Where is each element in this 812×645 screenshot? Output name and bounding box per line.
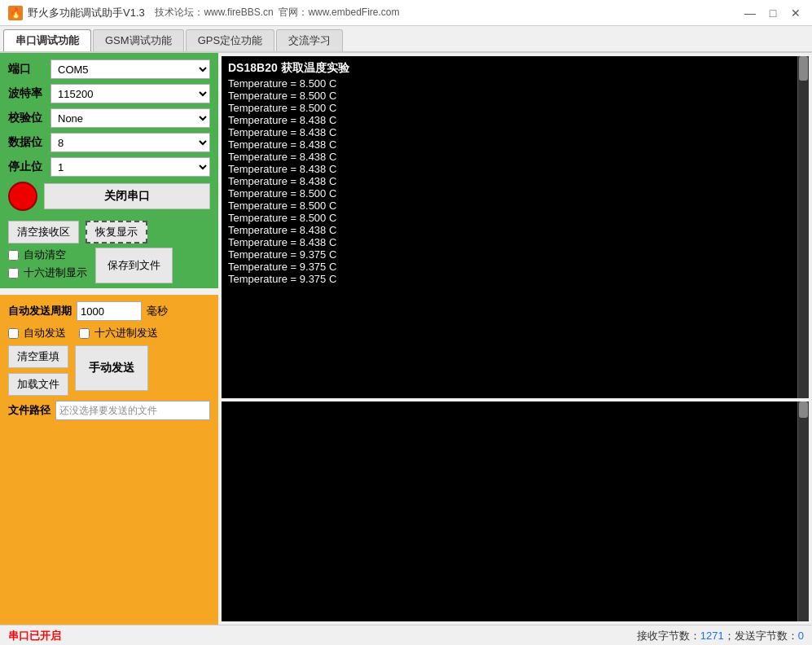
recv-line: Temperature = 9.375 C	[228, 248, 802, 261]
manual-send-button[interactable]: 手动发送	[75, 345, 148, 391]
stop-bits-row: 停止位 1	[8, 157, 210, 177]
maximize-button[interactable]: □	[765, 5, 781, 21]
send-scrollbar-thumb	[799, 401, 808, 418]
recv-line: Temperature = 8.500 C	[228, 212, 802, 224]
serial-btn-row: 关闭串口	[8, 182, 210, 211]
hex-display-row: 十六进制显示	[8, 265, 87, 280]
stop-label: 停止位	[8, 160, 50, 174]
period-row: 自动发送周期 毫秒	[8, 301, 210, 321]
recv-line: Temperature = 8.438 C	[228, 126, 802, 138]
period-label: 自动发送周期	[8, 304, 72, 318]
recv-scrollbar-thumb	[799, 56, 808, 81]
recv-line: Temperature = 8.438 C	[228, 236, 802, 248]
tab-gps[interactable]: GPS定位功能	[186, 29, 274, 51]
baud-row: 波特率 115200	[8, 84, 210, 103]
minimize-button[interactable]: —	[742, 5, 758, 21]
recv-line: Temperature = 8.438 C	[228, 175, 802, 187]
tab-ac[interactable]: 交流学习	[276, 29, 343, 51]
tab-serial[interactable]: 串口调试功能	[3, 29, 91, 51]
auto-send-checkbox[interactable]	[8, 328, 19, 339]
hex-send-checkbox[interactable]	[79, 328, 90, 339]
recv-line: Temperature = 8.500 C	[228, 77, 802, 90]
close-serial-button[interactable]: 关闭串口	[44, 183, 210, 209]
file-path-row: 文件路径	[8, 401, 210, 420]
recv-label: 接收字节数：	[637, 630, 700, 642]
port-select[interactable]: COM5	[50, 59, 210, 79]
auto-clean-checkbox[interactable]	[8, 250, 19, 261]
send-panel: 自动发送周期 毫秒 自动发送 十六进制发送 清空重填 加载文件	[0, 295, 218, 625]
title-bar-left: 🔥 野火多功能调试助手V1.3 技术论坛：www.fireBBS.cn 官网：w…	[8, 6, 399, 20]
parity-row: 校验位 None	[8, 108, 210, 128]
close-button[interactable]: ✕	[788, 5, 804, 21]
status-bar: 串口已开启 接收字节数：1271；发送字节数：0	[0, 625, 812, 645]
send-display	[222, 401, 809, 621]
left-panel: 端口 COM5 波特率 115200 校验位 None 数据位	[0, 53, 218, 625]
auto-send-label: 自动发送	[24, 326, 66, 340]
checkboxes: 自动清空 十六进制显示	[8, 248, 87, 280]
right-panel: DS18B20 获取温度实验 Temperature = 8.500 CTemp…	[218, 53, 812, 625]
send-label: ；发送字节数：	[724, 630, 798, 642]
recv-line: Temperature = 8.438 C	[228, 138, 802, 151]
auto-clean-label: 自动清空	[24, 248, 66, 262]
recv-line: Temperature = 8.438 C	[228, 151, 802, 163]
period-input[interactable]	[77, 301, 142, 321]
send-btns-row: 清空重填 加载文件 手动发送	[8, 345, 210, 396]
send-check-row: 自动发送 十六进制发送	[8, 326, 210, 340]
port-label: 端口	[8, 62, 50, 77]
send-scrollbar[interactable]	[797, 401, 809, 621]
recv-line: Temperature = 8.438 C	[228, 114, 802, 126]
stop-select[interactable]: 1	[50, 157, 210, 177]
tab-bar: 串口调试功能 GSM调试功能 GPS定位功能 交流学习	[0, 26, 812, 53]
file-path-input[interactable]	[55, 401, 210, 420]
send-count: 0	[798, 630, 804, 642]
main-content: 端口 COM5 波特率 115200 校验位 None 数据位	[0, 53, 812, 625]
forum-link: 技术论坛：www.fireBBS.cn 官网：www.embedFire.com	[150, 6, 400, 20]
save-btn-wrap: 保存到文件	[95, 248, 173, 283]
tab-gsm[interactable]: GSM调试功能	[93, 29, 184, 51]
data-label: 数据位	[8, 135, 50, 150]
recv-line: Temperature = 8.500 C	[228, 102, 802, 114]
title-bar: 🔥 野火多功能调试助手V1.3 技术论坛：www.fireBBS.cn 官网：w…	[0, 0, 812, 26]
recv-line: Temperature = 8.500 C	[228, 187, 802, 200]
serial-status-indicator	[8, 182, 37, 211]
recv-line: Temperature = 8.500 C	[228, 90, 802, 102]
hex-send-row: 十六进制发送	[79, 326, 158, 340]
app-title: 野火多功能调试助手V1.3	[28, 6, 145, 20]
byte-counts: 接收字节数：1271；发送字节数：0	[637, 629, 804, 643]
recv-line: Temperature = 8.500 C	[228, 200, 802, 212]
baud-label: 波特率	[8, 86, 50, 101]
recv-line: Temperature = 9.375 C	[228, 261, 802, 273]
recv-count: 1271	[700, 630, 724, 642]
recv-extra-row: 自动清空 十六进制显示 保存到文件	[8, 248, 210, 283]
data-bits-row: 数据位 8	[8, 133, 210, 152]
auto-send-row: 自动发送	[8, 326, 66, 340]
data-select[interactable]: 8	[50, 133, 210, 152]
restore-display-button[interactable]: 恢复显示	[86, 221, 147, 244]
parity-select[interactable]: None	[50, 108, 210, 128]
hex-display-checkbox[interactable]	[8, 268, 19, 279]
window-controls: — □ ✕	[742, 5, 804, 21]
period-unit: 毫秒	[147, 304, 168, 318]
recv-display: DS18B20 获取温度实验 Temperature = 8.500 CTemp…	[222, 56, 809, 398]
file-path-label: 文件路径	[8, 403, 50, 418]
port-status-prefix: 串口已开启	[8, 630, 61, 642]
recv-line: Temperature = 8.438 C	[228, 224, 802, 236]
hex-send-label: 十六进制发送	[94, 326, 158, 340]
app-icon: 🔥	[8, 6, 23, 20]
baud-select[interactable]: 115200	[50, 84, 210, 103]
parity-label: 校验位	[8, 111, 50, 125]
clear-send-button[interactable]: 清空重填	[8, 345, 68, 368]
recv-line: Temperature = 8.438 C	[228, 163, 802, 175]
save-to-file-button[interactable]: 保存到文件	[95, 248, 173, 283]
port-status: 串口已开启	[8, 629, 61, 643]
recv-scrollbar[interactable]	[797, 56, 809, 398]
load-file-button[interactable]: 加载文件	[8, 373, 68, 396]
recv-controls: 清空接收区 恢复显示 自动清空 十六进制显示 保存到文件	[0, 216, 218, 288]
recv-btn-row: 清空接收区 恢复显示	[8, 221, 210, 244]
clear-recv-button[interactable]: 清空接收区	[8, 221, 79, 244]
recv-lines: Temperature = 8.500 CTemperature = 8.500…	[228, 77, 802, 285]
recv-line: Temperature = 9.375 C	[228, 273, 802, 285]
port-row: 端口 COM5	[8, 59, 210, 79]
auto-clean-row: 自动清空	[8, 248, 87, 262]
hex-display-label: 十六进制显示	[24, 265, 87, 280]
